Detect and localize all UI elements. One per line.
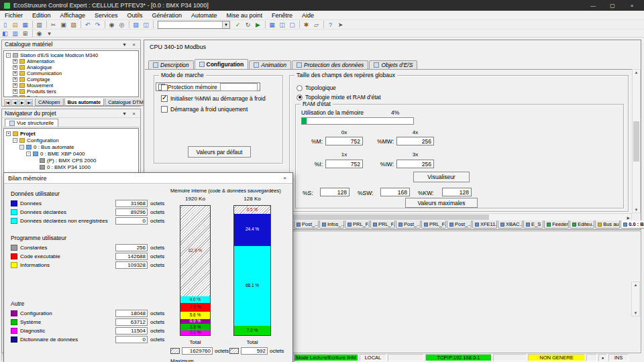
window-tab[interactable]: Post_... [396, 221, 421, 229]
tree-expander-icon[interactable]: + [13, 95, 17, 97]
m-count-field[interactable]: 752 [325, 137, 363, 145]
dock-left-icon[interactable]: ◧ [0, 29, 10, 38]
window-tab[interactable]: Infos_... [319, 221, 344, 229]
chevron-down-icon[interactable]: ▾ [222, 21, 229, 28]
tree-expander-icon[interactable]: + [13, 71, 17, 76]
add-window-icon[interactable]: ⊞ [20, 29, 30, 38]
lower-pane-scrollbar[interactable]: ▲ ▼ [631, 282, 640, 316]
minimize-button[interactable]: — [585, 3, 601, 9]
separator[interactable] [151, 20, 155, 29]
project-tree-item[interactable]: - 0 : BME XBP 0400 [4, 150, 138, 157]
s-count-field[interactable]: 128 [320, 188, 350, 196]
editor-tab[interactable]: Animation [249, 60, 291, 69]
menu-item[interactable]: Automate [186, 11, 222, 19]
catalog-tree-item[interactable]: + Produits tiers [4, 88, 138, 95]
scrollbar-thumb[interactable] [633, 121, 639, 162]
tree-expander-icon[interactable]: + [13, 65, 17, 70]
options-icon[interactable]: ✱ [301, 20, 311, 29]
panel-menu-icon[interactable]: ▾ [121, 42, 128, 48]
import-icon[interactable]: ▨ [131, 20, 141, 29]
project-tree-item[interactable]: - 0 : Bus automate [4, 143, 138, 150]
option-row[interactable]: Démarrage à froid uniquement [156, 104, 281, 115]
undo-icon[interactable]: ↶ [83, 20, 93, 29]
analyze-icon[interactable]: ✓ [233, 20, 243, 29]
menu-item[interactable]: Fenêtre [267, 11, 297, 19]
window-tab[interactable]: Post_... [294, 221, 319, 229]
tree-expander-icon[interactable]: + [13, 77, 17, 82]
editor-tab[interactable]: Objets d'E/S [369, 60, 417, 69]
tree-expander-icon[interactable]: - [26, 152, 31, 156]
tab-structural-view[interactable]: Vue structurelle [5, 119, 58, 127]
print-icon[interactable]: ▥ [34, 20, 44, 29]
search-icon[interactable]: ◉ [107, 20, 117, 29]
window-tab[interactable]: Bus au... [595, 221, 620, 229]
scroll-down-icon[interactable]: ▼ [634, 311, 638, 315]
window-tab[interactable]: E_S [523, 221, 543, 229]
radio-topological[interactable]: Topologique [297, 84, 336, 92]
tree-expander-icon[interactable]: - [6, 131, 11, 136]
scroll-down-icon[interactable]: ▼ [635, 208, 639, 212]
zoom-menu-icon[interactable]: ▾ [44, 29, 54, 38]
menu-item[interactable]: Affichage [56, 11, 90, 19]
checkbox[interactable] [161, 106, 168, 113]
project-tree-item[interactable]: - Configuration [4, 137, 138, 143]
max-values-button[interactable]: Valeurs maximales [405, 198, 478, 208]
catalog-tree-item[interactable]: + Analogique [4, 64, 138, 70]
defaults-button[interactable]: Valeurs par défaut [188, 146, 251, 158]
window-tab[interactable]: PRL_F... [345, 221, 370, 229]
project-tree-item[interactable]: - Projet [4, 130, 138, 137]
option-row[interactable]: Initialiser %MWi au démarrage à froid [156, 93, 281, 104]
catalog-tab[interactable]: Catalogue DTM [105, 99, 147, 106]
window-tab[interactable]: XBAC... [498, 221, 523, 229]
editor-vertical-scrollbar[interactable]: ▲ ▼ [632, 69, 641, 213]
menu-item[interactable]: Edition [28, 11, 56, 19]
option-value-field[interactable] [220, 83, 258, 91]
window-tab[interactable]: Post_... [447, 221, 472, 229]
toolbar-combobox[interactable]: ▾ [158, 21, 230, 29]
copy-icon[interactable]: ▣ [58, 20, 68, 29]
menu-item[interactable]: Mise au point [222, 11, 268, 19]
run-icon[interactable]: ▶ [253, 20, 263, 29]
window-tab[interactable]: PRL_F... [370, 221, 395, 229]
tree-expander-icon[interactable]: - [19, 145, 24, 149]
maximize-button[interactable]: ▢ [604, 3, 621, 9]
catalog-tab[interactable]: Bus automate [64, 99, 105, 106]
close-button[interactable]: × [624, 3, 640, 9]
editor-tab[interactable]: Protection des données [292, 60, 368, 69]
panel-menu-icon[interactable]: ▾ [121, 111, 128, 117]
scroll-up-icon[interactable]: ▲ [635, 70, 639, 74]
export-icon[interactable]: ◫ [141, 20, 151, 29]
scroll-right-icon[interactable]: ▶ [627, 215, 630, 220]
tab-scroll-icon[interactable]: ◀ [11, 99, 18, 106]
window-tab[interactable]: Feeder [544, 221, 569, 229]
tab-scroll-icon[interactable]: ▶| [26, 99, 33, 106]
menu-item[interactable]: Services [90, 11, 123, 19]
catalog-tree-item[interactable]: - Station d'E/S locale Modicon M340 [4, 52, 138, 58]
tree-expander-icon[interactable]: - [13, 138, 17, 143]
catalog-tree-item[interactable]: + Mouvement [4, 82, 138, 88]
catalog-tab[interactable]: CANopen [35, 99, 64, 106]
library-icon[interactable]: ▱ [311, 20, 321, 29]
menu-item[interactable]: Aide [297, 11, 319, 19]
editor-tab[interactable]: Configuration [195, 59, 249, 69]
panel-close-icon[interactable]: × [130, 111, 138, 117]
project-tree-item[interactable]: 0 : BMX P34 1000 [4, 164, 138, 170]
variables-grid-icon[interactable]: ▦ [267, 20, 277, 29]
tree-expander-icon[interactable]: - [6, 53, 11, 58]
i-count-field[interactable]: 752 [325, 160, 363, 168]
panel-close-icon[interactable]: × [130, 42, 138, 48]
split-window-icon[interactable]: ◫ [277, 20, 287, 29]
grid-view-icon[interactable]: ▥ [10, 29, 20, 38]
rebuild-icon[interactable]: ↻ [243, 20, 253, 29]
window-icon[interactable]: ▢ [287, 20, 297, 29]
option-row[interactable]: Protection mémoire [156, 82, 260, 91]
tree-expander-icon[interactable]: + [13, 89, 17, 94]
go-to-icon[interactable]: ◎ [117, 20, 127, 29]
tree-expander-icon[interactable]: + [13, 83, 17, 88]
cut-icon[interactable]: ✂ [48, 20, 58, 29]
paste-icon[interactable]: ▧ [68, 20, 78, 29]
radio-button[interactable] [297, 95, 303, 101]
open-icon[interactable]: ▤ [10, 20, 20, 29]
tab-scroll-icon[interactable]: |◀ [4, 99, 11, 106]
sw-count-field[interactable]: 168 [380, 188, 410, 196]
